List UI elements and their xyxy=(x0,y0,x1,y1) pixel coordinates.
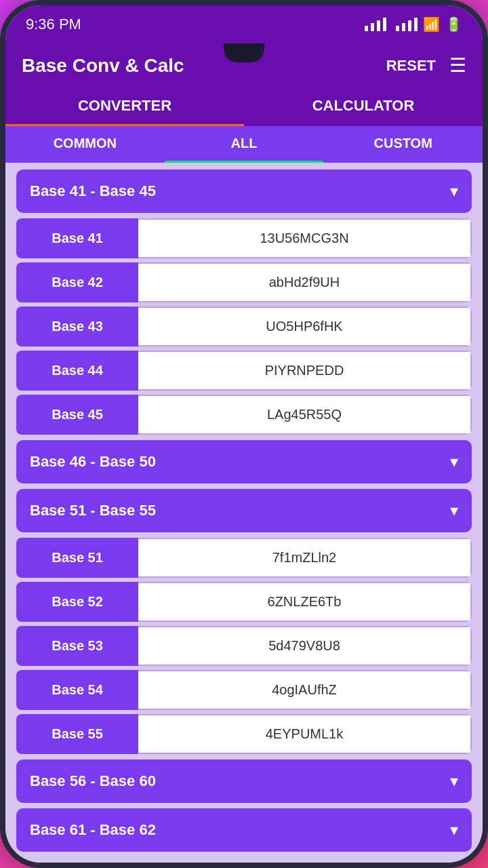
section-header-base46_50[interactable]: Base 46 - Base 50▾ xyxy=(16,440,472,484)
tab-calculator[interactable]: CALCULATOR xyxy=(244,87,483,126)
base-label-base41[interactable]: Base 41 xyxy=(16,218,138,258)
section-base61_62: Base 61 - Base 62▾ xyxy=(16,808,472,852)
bar8 xyxy=(414,18,418,31)
base-value-base43[interactable]: UO5HP6fHK xyxy=(138,307,472,347)
status-time: 9:36 PM xyxy=(26,16,81,33)
bar2 xyxy=(371,23,374,31)
section-base46_50: Base 46 - Base 50▾ xyxy=(16,440,472,484)
section-base51_55: Base 51 - Base 55▾Base 517f1mZLln2Base 5… xyxy=(16,489,472,754)
tab-converter[interactable]: CONVERTER xyxy=(5,87,244,126)
content-area: Base 41 - Base 45▾Base 4113U56MCG3NBase … xyxy=(5,163,483,863)
bar1 xyxy=(365,26,368,31)
base-value-base51[interactable]: 7f1mZLln2 xyxy=(138,538,472,578)
section-title-base51_55: Base 51 - Base 55 xyxy=(30,502,156,519)
bar5 xyxy=(396,26,399,31)
section-title-base56_60: Base 56 - Base 60 xyxy=(30,772,156,790)
chevron-icon-base56_60: ▾ xyxy=(450,772,458,791)
notch xyxy=(224,43,264,62)
chevron-icon-base46_50: ▾ xyxy=(450,452,458,471)
header-actions: RESET ☰ xyxy=(386,54,466,77)
base-label-base44[interactable]: Base 44 xyxy=(16,351,138,391)
base-value-base44[interactable]: PIYRNPEDD xyxy=(138,351,472,391)
base-label-base53[interactable]: Base 53 xyxy=(16,626,138,666)
section-header-base51_55[interactable]: Base 51 - Base 55▾ xyxy=(16,489,472,532)
menu-icon[interactable]: ☰ xyxy=(449,54,466,77)
base-row-base41_45-1: Base 42abHd2f9UH xyxy=(16,262,472,302)
battery-icon: 🔋 xyxy=(445,16,462,33)
base-row-base41_45-4: Base 45LAg45R55Q xyxy=(16,395,472,435)
base-row-base41_45-0: Base 4113U56MCG3N xyxy=(16,218,472,258)
signal-bars-2 xyxy=(396,18,418,31)
base-row-base51_55-2: Base 535d479V8U8 xyxy=(16,626,472,666)
base-label-base43[interactable]: Base 43 xyxy=(16,307,138,347)
reset-button[interactable]: RESET xyxy=(386,57,436,75)
tab-custom[interactable]: CUSTOM xyxy=(323,126,483,163)
section-header-base61_62[interactable]: Base 61 - Base 62▾ xyxy=(16,808,472,852)
base-row-base41_45-2: Base 43UO5HP6fHK xyxy=(16,307,472,347)
base-label-base42[interactable]: Base 42 xyxy=(16,262,138,302)
wifi-icon: 📶 xyxy=(423,16,440,33)
base-value-base45[interactable]: LAg45R55Q xyxy=(138,395,472,435)
section-header-base41_45[interactable]: Base 41 - Base 45▾ xyxy=(16,170,472,213)
phone-screen: 9:36 PM 📶 🔋 xyxy=(5,5,483,863)
base-value-base54[interactable]: 4ogIAUfhZ xyxy=(138,670,472,710)
section-header-base56_60[interactable]: Base 56 - Base 60▾ xyxy=(16,760,472,803)
base-value-base41[interactable]: 13U56MCG3N xyxy=(138,218,472,258)
base-label-base55[interactable]: Base 55 xyxy=(16,714,138,754)
base-row-base51_55-4: Base 554EYPUML1k xyxy=(16,714,472,754)
chevron-icon-base61_62: ▾ xyxy=(450,821,458,840)
base-value-base53[interactable]: 5d479V8U8 xyxy=(138,626,472,666)
section-title-base61_62: Base 61 - Base 62 xyxy=(30,821,156,839)
section-base56_60: Base 56 - Base 60▾ xyxy=(16,760,472,803)
tab-common[interactable]: COMMON xyxy=(5,126,165,163)
chevron-icon-base51_55: ▾ xyxy=(450,501,458,520)
base-label-base45[interactable]: Base 45 xyxy=(16,395,138,435)
status-bar: 9:36 PM 📶 🔋 xyxy=(5,5,483,43)
bar4 xyxy=(383,18,386,31)
bar6 xyxy=(402,23,405,31)
section-title-base46_50: Base 46 - Base 50 xyxy=(30,453,156,471)
phone-frame: 9:36 PM 📶 🔋 xyxy=(0,0,488,868)
base-row-base41_45-3: Base 44PIYRNPEDD xyxy=(16,351,472,391)
base-label-base52[interactable]: Base 52 xyxy=(16,582,138,622)
main-tab-row: CONVERTER CALCULATOR xyxy=(5,87,483,126)
section-base41_45: Base 41 - Base 45▾Base 4113U56MCG3NBase … xyxy=(16,170,472,435)
app-title: Base Conv & Calc xyxy=(22,55,184,77)
chevron-icon-base41_45: ▾ xyxy=(450,182,458,201)
bar3 xyxy=(377,20,380,31)
base-row-base51_55-3: Base 544ogIAUfhZ xyxy=(16,670,472,710)
base-label-base51[interactable]: Base 51 xyxy=(16,538,138,578)
section-title-base41_45: Base 41 - Base 45 xyxy=(30,182,156,200)
base-value-base52[interactable]: 6ZNLZE6Tb xyxy=(138,582,472,622)
base-row-base51_55-1: Base 526ZNLZE6Tb xyxy=(16,582,472,622)
sub-tab-row: COMMON ALL CUSTOM xyxy=(5,126,483,163)
base-label-base54[interactable]: Base 54 xyxy=(16,670,138,710)
signal-bars-1 xyxy=(365,18,386,31)
bar7 xyxy=(408,20,411,31)
tab-all[interactable]: ALL xyxy=(165,126,324,163)
base-value-base55[interactable]: 4EYPUML1k xyxy=(138,714,472,754)
base-value-base42[interactable]: abHd2f9UH xyxy=(138,262,472,302)
status-icons: 📶 🔋 xyxy=(365,16,462,33)
base-row-base51_55-0: Base 517f1mZLln2 xyxy=(16,538,472,578)
